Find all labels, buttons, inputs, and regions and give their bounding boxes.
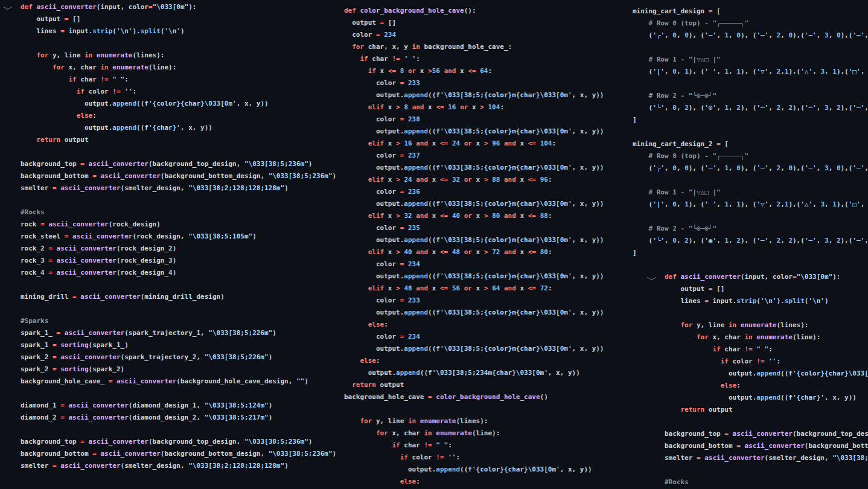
code-token — [460, 284, 464, 292]
code-token — [344, 429, 376, 437]
code-line: elif x > 8 and x <= 16 or x > 104: — [344, 101, 604, 113]
code-token: ( — [633, 164, 653, 172]
code-token: '▽' — [756, 68, 768, 75]
code-token — [344, 478, 400, 485]
code-line: output.append((f'{color}{char}\033[0m', … — [21, 98, 336, 110]
code-token: (rock_design_4) — [116, 269, 176, 276]
code-token: : — [548, 212, 552, 220]
code-line: # Row 1 - "|▽△□ |" — [633, 187, 868, 199]
code-token: ascii_converter — [116, 377, 176, 385]
code-token: "\033[0m" — [153, 3, 189, 11]
code-line: background_bottom = ascii_converter(back… — [633, 440, 868, 452]
code-token — [112, 377, 116, 385]
code-line: #Rocks — [21, 206, 336, 219]
code-token — [92, 51, 97, 59]
code-line: elif x > 16 and x <= 24 or x > 96 and x … — [344, 138, 604, 150]
code-token: for — [697, 333, 709, 341]
code-token: '' — [768, 357, 776, 365]
code-token: (diamond_design_2, — [129, 414, 205, 421]
code-token: = — [704, 297, 709, 305]
code-column-2: def color_background_hole_cave(): output… — [344, 5, 604, 488]
code-token: , x, y)) — [237, 100, 269, 107]
code-token: (smelter_design, — [121, 184, 189, 192]
code-token: (lines): — [132, 51, 164, 59]
code-token: = — [92, 450, 97, 458]
code-token: elif — [368, 139, 385, 147]
code-token: " " — [112, 75, 124, 83]
code-token — [21, 51, 37, 59]
code-token: mining_drill — [21, 293, 72, 301]
code-token: x — [384, 284, 396, 292]
code-line: color = 234 — [344, 331, 604, 343]
code-token: ' ' — [704, 200, 716, 208]
code-line: output = [] — [21, 13, 336, 25]
code-token: (): — [464, 7, 476, 14]
code-token: ) — [284, 184, 289, 192]
code-token: '\n' — [808, 297, 825, 305]
code-token: = — [48, 245, 53, 252]
code-token: '|' — [653, 68, 665, 75]
code-line — [633, 259, 868, 271]
code-token — [344, 55, 360, 63]
code-line: smelter = ascii_converter(smelter_design… — [21, 460, 336, 472]
code-token: ( — [756, 297, 761, 305]
code-token: 233 — [408, 296, 420, 304]
code-token: ),( — [841, 31, 853, 39]
code-token: '⊙' — [704, 104, 716, 112]
code-token: , — [864, 104, 868, 112]
code-token: <= — [528, 212, 536, 220]
code-line: elif x > 40 and x <= 48 or x > 72 and x … — [344, 246, 604, 258]
code-token: strip — [736, 297, 756, 305]
code-token: rock_4 — [21, 269, 48, 276]
code-line: spark_2 = sorting(spark_2) — [21, 363, 336, 376]
code-token: " " — [436, 441, 448, 449]
code-token: ( — [633, 68, 653, 75]
code-token: > — [396, 248, 400, 256]
code-token: for — [53, 63, 65, 71]
code-token: background_top — [21, 160, 80, 168]
code-token: spark_1_ — [21, 329, 57, 337]
code-token: : — [448, 441, 452, 449]
code-column-3: mining_cart_design = [ # Row 0 (top) - "… — [633, 5, 868, 488]
code-token: 64 — [480, 67, 488, 75]
code-token: color — [344, 152, 400, 159]
code-token — [633, 382, 721, 389]
code-token — [448, 248, 452, 256]
code-line: def ascii_converter(input, color="\033[0… — [21, 1, 336, 13]
code-line: ('╭', 0, 0), ('─', 1, 0), ('─', 2, 0),('… — [633, 162, 868, 174]
fold-chevron-icon[interactable] — [3, 4, 13, 10]
code-line — [633, 174, 868, 187]
code-token: (( — [780, 394, 788, 401]
code-token: (( — [420, 369, 428, 377]
code-token: ),( — [788, 200, 800, 208]
code-token: in — [412, 43, 420, 51]
code-token: [] — [712, 285, 724, 293]
code-token: and — [504, 248, 516, 256]
code-token: 2 — [788, 104, 793, 112]
code-token: 3 — [820, 200, 825, 208]
code-token — [404, 188, 408, 196]
code-line: rock_4 = ascii_converter(rock_design_4) — [21, 267, 336, 279]
code-token: append — [396, 369, 420, 377]
code-token: : — [548, 284, 552, 292]
code-token: color — [85, 88, 112, 95]
code-token — [633, 345, 712, 353]
code-token: strip — [92, 27, 112, 35]
code-token: x — [384, 139, 396, 147]
code-token: (rock_design_3) — [116, 257, 176, 264]
code-token: append — [436, 465, 460, 473]
code-token: output. — [344, 369, 396, 377]
code-token: ), ( — [741, 200, 757, 208]
code-token: y, line — [372, 417, 408, 425]
code-token: ), ( — [689, 164, 705, 172]
code-token — [60, 329, 65, 337]
code-line: output.append((f'{color}{char}\033[0m', … — [633, 368, 868, 380]
code-token: ), ( — [689, 104, 705, 112]
code-token: '\n' — [116, 27, 133, 35]
code-token: 1 — [685, 200, 689, 208]
code-token: ascii_converter — [68, 414, 128, 421]
code-token — [53, 257, 57, 264]
code-token: 1 — [724, 68, 729, 75]
code-token: , — [812, 68, 820, 75]
code-token: != — [424, 441, 432, 449]
